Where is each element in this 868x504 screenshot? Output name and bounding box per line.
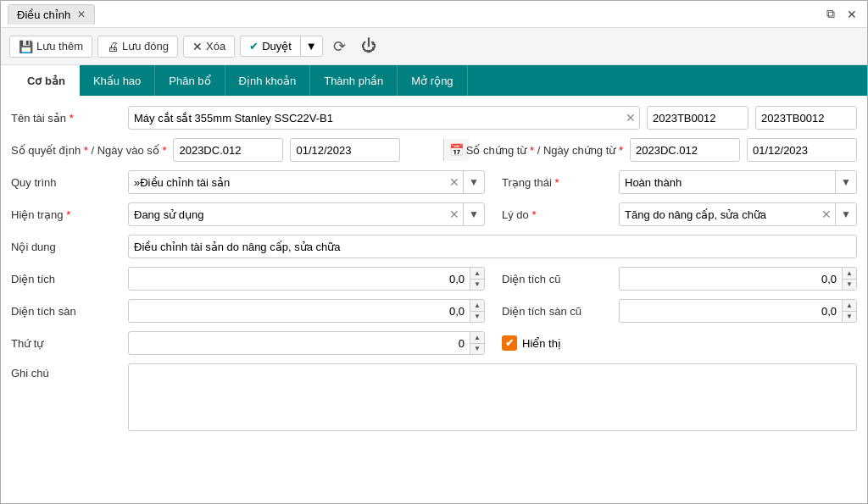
quy-trinh-select-wrap[interactable]: ✕ ▼ — [128, 170, 485, 194]
hien-thi-checkbox[interactable]: ✔ — [502, 335, 517, 351]
window-controls: ⧉ ✕ — [823, 5, 860, 23]
ten-tai-san-clear-btn[interactable]: ✕ — [622, 111, 639, 125]
refresh-button[interactable]: ⟳ — [328, 36, 351, 58]
dien-tich-cu-spinner-btns: ▲ ▼ — [842, 268, 856, 290]
dien-tich-label: Diện tích — [11, 273, 121, 285]
tab-mo-rong[interactable]: Mở rộng — [398, 65, 467, 96]
tab-thanh-phan-label: Thành phần — [324, 75, 383, 87]
dien-tich-input[interactable] — [129, 269, 470, 289]
approve-button[interactable]: ✔ Duyệt — [240, 36, 300, 57]
dien-tich-san-input[interactable] — [129, 302, 470, 321]
tab-khau-hao[interactable]: Khấu hao — [80, 65, 155, 96]
quy-trinh-dropdown-btn[interactable]: ▼ — [463, 171, 484, 193]
ly-do-select-wrap[interactable]: ✕ ▼ — [619, 202, 857, 226]
dien-tich-san-label: Diện tích sàn — [11, 305, 121, 318]
ghi-chu-textarea[interactable] — [128, 363, 857, 431]
ly-do-dropdown-btn[interactable]: ▼ — [835, 203, 856, 225]
thu-tu-input[interactable] — [129, 334, 470, 353]
dien-tich-san-down-btn[interactable]: ▼ — [470, 312, 484, 323]
dien-tich-san-cu-down-btn[interactable]: ▼ — [843, 312, 856, 323]
trang-thai-label: Trạng thái * — [502, 176, 612, 189]
tab-phan-bo-label: Phân bổ — [169, 75, 210, 87]
dien-tich-san-cu-input[interactable] — [620, 302, 842, 321]
dien-tich-cu-down-btn[interactable]: ▼ — [843, 280, 856, 291]
hien-thi-check-icon: ✔ — [505, 337, 514, 349]
save-close-label: Lưu đóng — [122, 40, 169, 53]
dien-tich-cu-input[interactable] — [620, 269, 842, 289]
approve-dropdown-button[interactable]: ▼ — [300, 36, 323, 57]
ngay-chung-tu-wrap[interactable]: 📅 — [747, 138, 857, 162]
delete-label: Xóa — [206, 40, 225, 53]
dien-tich-cu-label: Diện tích cũ — [502, 273, 612, 285]
power-button[interactable]: ⏻ — [356, 36, 381, 57]
dien-tich-san-row: Diện tích sàn ▲ ▼ Diện tích sàn cũ ▲ ▼ — [11, 299, 857, 323]
dien-tich-cu-up-btn[interactable]: ▲ — [843, 268, 856, 280]
delete-button[interactable]: ✕ Xóa — [183, 36, 235, 58]
ngay-chung-tu-input[interactable] — [748, 141, 867, 160]
hien-trang-dropdown-btn[interactable]: ▼ — [463, 203, 484, 225]
hien-thi-label: Hiển thị — [522, 337, 561, 350]
quy-trinh-clear-btn[interactable]: ✕ — [446, 175, 463, 189]
hien-trang-select-wrap[interactable]: ✕ ▼ — [128, 202, 485, 226]
approve-label: Duyệt — [262, 40, 292, 53]
trang-thai-select-wrap[interactable]: ▼ — [619, 170, 857, 194]
quy-trinh-label: Quy trình — [11, 176, 121, 189]
approve-check-icon: ✔ — [249, 40, 259, 53]
code2-input[interactable] — [755, 106, 857, 130]
toolbar: 💾 Lưu thêm 🖨 Lưu đóng ✕ Xóa ✔ Duyệt ▼ ⟳ … — [1, 28, 867, 65]
thu-tu-down-btn[interactable]: ▼ — [470, 344, 484, 355]
dien-tich-san-cu-spinner[interactable]: ▲ ▼ — [619, 299, 857, 323]
noi-dung-label: Nội dung — [11, 241, 121, 253]
so-chung-tu-input[interactable] — [630, 138, 740, 162]
thu-tu-spinner[interactable]: ▲ ▼ — [128, 331, 485, 355]
ten-tai-san-input-wrap[interactable]: ✕ — [128, 106, 640, 130]
dien-tich-san-spinner-btns: ▲ ▼ — [470, 300, 484, 322]
delete-icon: ✕ — [192, 40, 203, 53]
thu-tu-row: Thứ tự ▲ ▼ ✔ Hiển thị — [11, 331, 857, 355]
dien-tich-row: Diện tích ▲ ▼ Diện tích cũ ▲ ▼ — [11, 267, 857, 291]
tab-thanh-phan[interactable]: Thành phần — [310, 65, 398, 96]
ngay-vao-so-input[interactable] — [291, 141, 443, 160]
trang-thai-dropdown-btn[interactable]: ▼ — [835, 171, 856, 193]
thu-tu-label: Thứ tự — [11, 337, 121, 350]
window-tab-close[interactable]: ✕ — [77, 8, 86, 20]
dien-tich-down-btn[interactable]: ▼ — [470, 280, 484, 291]
hien-trang-input[interactable] — [129, 205, 446, 224]
hien-trang-row: Hiện trạng * ✕ ▼ Lý do * ✕ ▼ — [11, 202, 857, 226]
ngay-vao-so-wrap[interactable]: 📅 — [290, 138, 400, 162]
tab-phan-bo[interactable]: Phân bổ — [155, 65, 225, 96]
dien-tich-san-up-btn[interactable]: ▲ — [470, 300, 484, 312]
code1-input[interactable] — [647, 106, 748, 130]
window-tab[interactable]: Điều chỉnh ✕ — [8, 4, 95, 25]
trang-thai-input[interactable] — [620, 173, 835, 192]
ly-do-input[interactable] — [620, 205, 818, 224]
ten-tai-san-row: Tên tài sản * ✕ — [11, 106, 857, 130]
dien-tich-up-btn[interactable]: ▲ — [470, 268, 484, 280]
dien-tich-spinner[interactable]: ▲ ▼ — [128, 267, 485, 291]
form-area: Tên tài sản * ✕ Số quyết định * / Ngày v… — [1, 96, 867, 503]
dien-tich-spinner-btns: ▲ ▼ — [470, 268, 484, 290]
dien-tich-cu-spinner[interactable]: ▲ ▼ — [619, 267, 857, 291]
dien-tich-san-spinner[interactable]: ▲ ▼ — [128, 299, 485, 323]
ly-do-clear-btn[interactable]: ✕ — [818, 208, 835, 221]
save-add-button[interactable]: 💾 Lưu thêm — [9, 36, 92, 58]
close-button[interactable]: ✕ — [843, 5, 860, 23]
noi-dung-input[interactable] — [128, 235, 857, 258]
thu-tu-up-btn[interactable]: ▲ — [470, 332, 484, 344]
tab-bar: ✔ Cơ bản Khấu hao Phân bổ Định khoản Thà… — [1, 65, 867, 96]
tab-co-ban[interactable]: ✔ Cơ bản — [1, 65, 80, 96]
quy-trinh-input[interactable] — [129, 173, 446, 192]
save-add-icon: 💾 — [19, 40, 33, 53]
hien-trang-clear-btn[interactable]: ✕ — [446, 208, 463, 221]
tab-mo-rong-label: Mở rộng — [411, 75, 453, 87]
save-close-icon: 🖨 — [107, 40, 119, 53]
dien-tich-san-cu-up-btn[interactable]: ▲ — [843, 300, 856, 312]
save-close-button[interactable]: 🖨 Lưu đóng — [97, 36, 178, 58]
ten-tai-san-input[interactable] — [129, 108, 622, 128]
restore-button[interactable]: ⧉ — [823, 5, 838, 23]
tab-khau-hao-label: Khấu hao — [93, 75, 141, 87]
hien-thi-wrap[interactable]: ✔ Hiển thị — [502, 335, 561, 351]
so-quyet-dinh-input[interactable] — [173, 138, 283, 162]
tab-dinh-khoan[interactable]: Định khoản — [225, 65, 311, 96]
tab-co-ban-label: Cơ bản — [27, 75, 65, 87]
